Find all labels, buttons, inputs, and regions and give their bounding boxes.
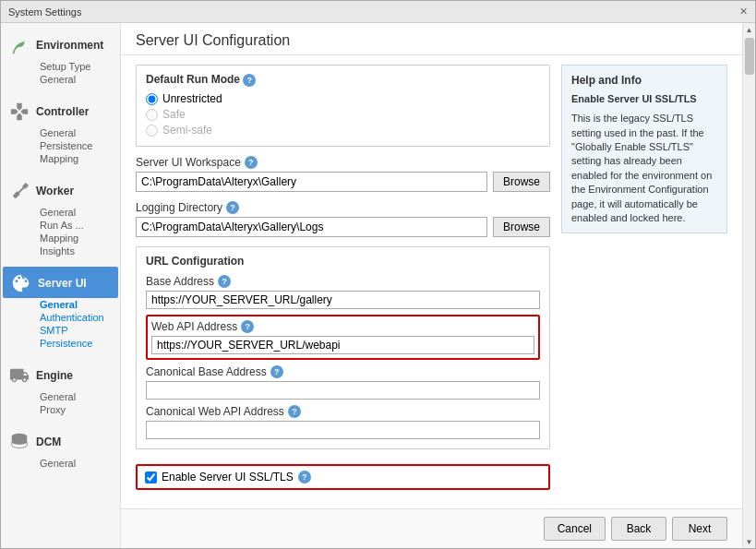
run-mode-radio-group: Unrestricted Safe Semi-safe xyxy=(146,92,540,137)
web-api-field: Web API Address ? xyxy=(151,320,534,354)
web-api-help-icon[interactable]: ? xyxy=(241,320,254,333)
help-box: Help and Info Enable Server UI SSL/TLS T… xyxy=(561,65,727,499)
bottom-bar: Cancel Back Next xyxy=(121,508,742,548)
ssl-label: Enable Server UI SSL/TLS xyxy=(162,471,294,483)
help-box-subtitle: Enable Server UI SSL/TLS xyxy=(571,92,717,106)
workspace-browse-button[interactable]: Browse xyxy=(493,172,550,192)
url-fields: Base Address ? Web API Addre xyxy=(146,275,540,439)
sidebar-item-serverui-smtp[interactable]: SMTP xyxy=(36,324,120,337)
right-panel: Server UI Configuration Default Run Mode… xyxy=(121,23,742,548)
gamepad-icon xyxy=(6,99,32,125)
sidebar-sub-dcm: General xyxy=(1,457,120,470)
sidebar-item-dcm-general[interactable]: General xyxy=(36,457,120,470)
sidebar-item-engine-general[interactable]: General xyxy=(36,390,120,403)
panel-header: Server UI Configuration xyxy=(121,23,742,55)
base-address-input[interactable] xyxy=(146,291,540,309)
sidebar-section-dcm: DCM General xyxy=(1,420,120,473)
sidebar-label-controller: Controller xyxy=(36,105,89,118)
radio-safe[interactable]: Safe xyxy=(146,108,540,121)
scroll-down-arrow[interactable]: ▼ xyxy=(743,535,756,548)
sidebar-item-worker-insights[interactable]: Insights xyxy=(36,245,120,257)
form-area: Default Run Mode ? Unrestricted xyxy=(136,65,550,499)
sidebar-item-ctrl-general[interactable]: General xyxy=(36,126,120,139)
scroll-thumb[interactable] xyxy=(745,38,754,75)
sidebar-item-serverui-general[interactable]: General xyxy=(36,298,120,311)
sidebar-item-worker-runas[interactable]: Run As ... xyxy=(36,219,120,232)
help-box-title: Help and Info xyxy=(571,73,717,89)
radio-safe-label: Safe xyxy=(162,108,186,121)
logging-label: Logging Directory ? xyxy=(136,201,550,214)
workspace-help-icon[interactable]: ? xyxy=(245,156,258,169)
logging-help-icon[interactable]: ? xyxy=(226,201,239,214)
close-button[interactable]: ✕ xyxy=(739,6,748,18)
sidebar-item-serverui-auth[interactable]: Authentication xyxy=(36,311,120,324)
radio-semisafe[interactable]: Semi-safe xyxy=(146,124,540,137)
sidebar-section-engine: Engine General Proxy xyxy=(1,353,120,420)
sidebar-header-controller[interactable]: Controller xyxy=(1,95,120,126)
sidebar: Environment Setup Type General Controlle… xyxy=(1,23,121,548)
sidebar-section-serverui: Server UI General Authentication SMTP Pe… xyxy=(1,261,120,353)
main-content: Environment Setup Type General Controlle… xyxy=(1,23,755,548)
back-button[interactable]: Back xyxy=(611,517,666,541)
sidebar-item-engine-proxy[interactable]: Proxy xyxy=(36,403,120,416)
help-box-body: This is the legacy SSL/TLS setting used … xyxy=(571,112,717,225)
sidebar-section-controller: Controller General Persistence Mapping xyxy=(1,90,120,169)
workspace-input[interactable] xyxy=(136,172,487,192)
sidebar-item-ctrl-mapping[interactable]: Mapping xyxy=(36,152,120,165)
sidebar-sub-engine: General Proxy xyxy=(1,390,120,416)
sidebar-item-serverui-persistence[interactable]: Persistence xyxy=(36,337,120,350)
help-box-content: Help and Info Enable Server UI SSL/TLS T… xyxy=(561,65,727,233)
sidebar-item-env-general[interactable]: General xyxy=(36,73,120,86)
canonical-base-field: Canonical Base Address ? xyxy=(146,365,540,400)
canonical-webapi-help-icon[interactable]: ? xyxy=(288,405,301,418)
sidebar-header-engine[interactable]: Engine xyxy=(1,359,120,390)
ssl-checkbox[interactable] xyxy=(145,471,157,483)
run-mode-help-icon[interactable]: ? xyxy=(243,74,256,87)
system-settings-window: System Settings ✕ Environment Setup Type… xyxy=(0,0,756,549)
sidebar-header-worker[interactable]: Worker xyxy=(1,174,120,206)
engine-icon xyxy=(6,363,32,388)
workspace-label: Server UI Workspace ? xyxy=(136,156,550,169)
cancel-button[interactable]: Cancel xyxy=(544,517,606,541)
sidebar-sub-controller: General Persistence Mapping xyxy=(1,126,120,165)
radio-unrestricted[interactable]: Unrestricted xyxy=(146,92,540,105)
sidebar-label-dcm: DCM xyxy=(36,436,61,448)
canonical-webapi-input[interactable] xyxy=(146,421,540,439)
url-config-title: URL Configuration xyxy=(146,255,540,268)
sidebar-item-setup-type[interactable]: Setup Type xyxy=(36,60,120,73)
ssl-row: Enable Server UI SSL/TLS ? xyxy=(136,464,550,490)
leaf-icon xyxy=(6,32,32,58)
section-url-config: URL Configuration Base Address ? xyxy=(136,246,550,449)
canonical-base-help-icon[interactable]: ? xyxy=(270,365,283,378)
sidebar-sub-serverui: General Authentication SMTP Persistence xyxy=(1,298,120,350)
canonical-base-input[interactable] xyxy=(146,381,540,400)
sidebar-label-environment: Environment xyxy=(36,39,103,52)
wrench-icon xyxy=(6,178,32,204)
sidebar-item-worker-mapping[interactable]: Mapping xyxy=(36,232,120,245)
canonical-base-label: Canonical Base Address ? xyxy=(146,365,540,378)
run-mode-title: Default Run Mode ? xyxy=(146,73,540,87)
panel-body: Default Run Mode ? Unrestricted xyxy=(121,55,742,508)
sidebar-section-environment: Environment Setup Type General xyxy=(1,23,120,90)
page-title: Server UI Configuration xyxy=(136,32,290,48)
sidebar-sub-environment: Setup Type General xyxy=(1,60,120,86)
sidebar-header-dcm[interactable]: DCM xyxy=(1,425,120,457)
section-run-mode: Default Run Mode ? Unrestricted xyxy=(136,65,550,147)
base-address-help-icon[interactable]: ? xyxy=(218,275,231,288)
sidebar-item-worker-general[interactable]: General xyxy=(36,206,120,219)
logging-input[interactable] xyxy=(136,217,487,237)
sidebar-header-serverui[interactable]: Server UI xyxy=(3,267,118,298)
sidebar-item-ctrl-persistence[interactable]: Persistence xyxy=(36,139,120,152)
ssl-help-icon[interactable]: ? xyxy=(298,471,311,483)
sidebar-label-serverui: Server UI xyxy=(38,277,87,290)
next-button[interactable]: Next xyxy=(672,517,727,541)
canonical-webapi-field: Canonical Web API Address ? xyxy=(146,405,540,439)
sidebar-header-environment[interactable]: Environment xyxy=(1,29,120,60)
scroll-up-arrow[interactable]: ▲ xyxy=(743,23,756,36)
logging-browse-button[interactable]: Browse xyxy=(493,217,550,237)
web-api-input[interactable] xyxy=(151,336,534,354)
database-icon xyxy=(6,429,32,455)
sidebar-label-worker: Worker xyxy=(36,185,74,197)
titlebar: System Settings ✕ xyxy=(1,1,755,23)
workspace-row: Browse xyxy=(136,172,550,192)
